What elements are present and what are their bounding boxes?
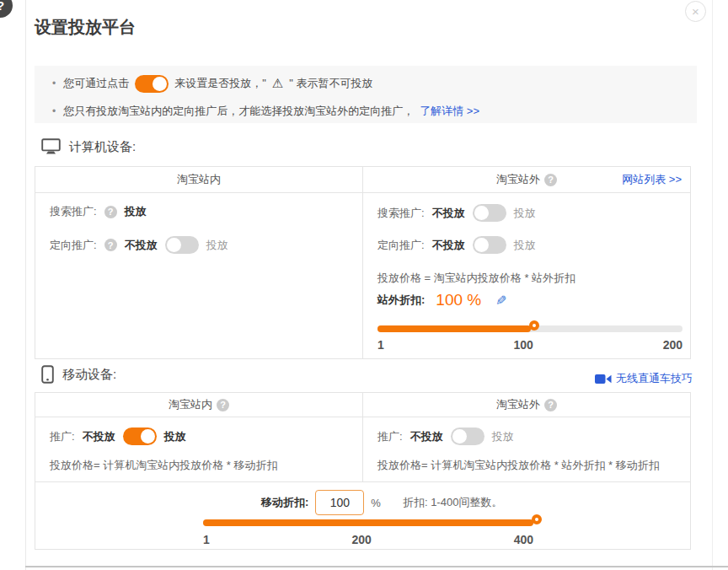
- help-icon[interactable]: ?: [104, 206, 117, 218]
- tick-min: 1: [377, 338, 384, 352]
- mobile-offsite-cell: 推广: 不投放 投放 投放价格= 计算机淘宝站内投放价格 * 站外折扣 * 移动…: [362, 417, 690, 481]
- state-off-label: 不投放: [410, 429, 443, 444]
- mobile-slider-labels: 1 200 400: [203, 533, 533, 546]
- state-on-label: 投放: [514, 238, 536, 253]
- warning-icon: ⚠: [272, 76, 283, 91]
- notice-box: • 您可通过点击 来设置是否投放，" ⚠ " 表示暂不可投放 • 您只有投放淘宝…: [35, 66, 697, 123]
- monitor-icon: [41, 138, 61, 155]
- dialog-right-border: [712, 0, 713, 570]
- mobile-offsite-formula: 投放价格= 计算机淘宝站内投放价格 * 站外折扣 * 移动折扣: [377, 458, 660, 473]
- discount-label: 站外折扣:: [377, 293, 425, 308]
- mobile-offsite-header: 淘宝站外 ?: [362, 393, 690, 417]
- toggle-knob: [141, 429, 155, 444]
- mobile-offsite-promo-toggle[interactable]: [451, 428, 484, 445]
- discount-range-hint: 折扣: 1-400间整数。: [403, 495, 502, 510]
- offsite-discount-slider[interactable]: [377, 325, 682, 332]
- offsite-slider-labels: 1 100 200: [377, 338, 682, 352]
- mobile-onsite-promo-row: 推广: 不投放 投放: [50, 428, 186, 445]
- computer-offsite-header: 淘宝站外 ? 网站列表 >>: [362, 167, 690, 192]
- discount-value: 100 %: [436, 291, 481, 309]
- percent-unit: %: [371, 497, 381, 509]
- offsite-price-formula: 投放价格 = 淘宝站内投放价格 * 站外折扣: [377, 271, 575, 286]
- tick-min: 1: [203, 533, 210, 546]
- computer-onsite-search-row: 搜索推广: ? 投放: [50, 204, 147, 219]
- corner-help-badge-icon[interactable]: ?: [0, 0, 13, 18]
- mobile-offsite-promo-row: 推广: 不投放 投放: [377, 428, 514, 445]
- tick-mid: 200: [352, 533, 372, 546]
- mobile-discount-slider[interactable]: [203, 519, 533, 526]
- toggle-knob: [474, 206, 489, 220]
- computer-onsite-cell: 搜索推广: ? 投放 定向推广: ? 不投放 投放: [35, 193, 362, 358]
- edit-pencil-icon[interactable]: ✎: [495, 293, 506, 309]
- computer-offsite-cell: 搜索推广: 不投放 投放 定向推广: 不投放 投放 投放价格 = 淘宝站内投放价…: [362, 193, 690, 358]
- row-label: 推广:: [50, 429, 75, 444]
- notice-text: 来设置是否投放，": [174, 76, 266, 91]
- tick-mid: 100: [514, 338, 533, 352]
- help-icon[interactable]: ?: [544, 174, 557, 186]
- row-label: 搜索推广:: [377, 206, 425, 221]
- slider-fill: [377, 325, 531, 332]
- mobile-discount-input[interactable]: [315, 490, 364, 515]
- computer-onsite-targeted-toggle[interactable]: [165, 236, 199, 254]
- video-icon: [595, 374, 612, 384]
- notice-text: 您可通过点击: [63, 76, 129, 91]
- bullet-icon: •: [52, 78, 56, 89]
- toggle-knob: [452, 429, 467, 444]
- tick-max: 400: [514, 533, 533, 546]
- computer-section-header: 计算机设备:: [41, 137, 136, 157]
- mobile-onsite-cell: 推广: 不投放 投放 投放价格= 计算机淘宝站内投放价格 * 移动折扣: [35, 417, 362, 481]
- notice-line-2: • 您只有投放淘宝站内的定向推广后，才能选择投放淘宝站外的定向推广， 了解详情 …: [52, 101, 479, 121]
- slider-thumb[interactable]: [532, 514, 542, 524]
- state-on-label: 投放: [206, 238, 228, 253]
- page-title: 设置投放平台: [35, 16, 136, 39]
- mobile-onsite-promo-toggle[interactable]: [123, 428, 157, 445]
- state-on-label: 投放: [164, 429, 186, 444]
- state-on-label: 投放: [492, 429, 514, 444]
- dialog-left-border: [25, 0, 26, 570]
- notice-text: 您只有投放淘宝站内的定向推广后，才能选择投放淘宝站外的定向推广，: [63, 104, 414, 119]
- computer-onsite-targeted-row: 定向推广: ? 不投放 投放: [50, 236, 228, 254]
- tick-max: 200: [663, 338, 682, 352]
- mobile-discount-section: 移动折扣: % 折扣: 1-400间整数。 1 200 400: [35, 481, 690, 549]
- mobile-table-header: 淘宝站内 ? 淘宝站外 ?: [35, 393, 690, 417]
- phone-icon: [41, 365, 54, 384]
- state-off-label: 不投放: [432, 238, 465, 253]
- header-label: 淘宝站内: [169, 397, 212, 412]
- computer-table: 淘宝站内 淘宝站外 ? 网站列表 >> 搜索推广: ? 投放 定向推广: ? 不…: [35, 166, 691, 359]
- header-label: 淘宝站外: [496, 397, 540, 412]
- formula-text: 投放价格 = 淘宝站内投放价格 * 站外折扣: [377, 271, 575, 286]
- site-list-link[interactable]: 网站列表 >>: [622, 172, 682, 187]
- mobile-onsite-header: 淘宝站内 ?: [35, 393, 362, 417]
- header-label: 淘宝站外: [496, 172, 540, 187]
- state-value: 投放: [125, 204, 147, 219]
- state-on-label: 投放: [514, 206, 536, 221]
- help-icon[interactable]: ?: [217, 399, 229, 411]
- row-label: 定向推广:: [377, 238, 425, 253]
- mobile-section-header: 移动设备:: [41, 364, 116, 384]
- example-toggle[interactable]: [135, 75, 169, 93]
- mobile-onsite-formula: 投放价格= 计算机淘宝站内投放价格 * 移动折扣: [50, 458, 278, 473]
- formula-text: 投放价格= 计算机淘宝站内投放价格 * 移动折扣: [50, 458, 278, 473]
- help-icon[interactable]: ?: [104, 239, 117, 251]
- offsite-discount-row: 站外折扣: 100 % ✎: [377, 291, 507, 309]
- row-label: 定向推广:: [50, 238, 97, 253]
- mobile-discount-label: 移动折扣:: [261, 495, 308, 510]
- slider-fill: [203, 519, 533, 526]
- help-icon[interactable]: ?: [544, 399, 557, 411]
- header-label: 淘宝站内: [177, 172, 221, 187]
- close-icon[interactable]: ×: [685, 1, 706, 22]
- computer-offsite-search-toggle[interactable]: [473, 204, 506, 222]
- slider-thumb[interactable]: [529, 320, 539, 331]
- computer-onsite-header: 淘宝站内: [35, 167, 362, 192]
- toggle-knob: [474, 238, 489, 252]
- toggle-knob: [153, 77, 167, 91]
- computer-offsite-targeted-toggle[interactable]: [473, 236, 506, 254]
- state-off-label: 不投放: [125, 238, 158, 253]
- formula-text: 投放价格= 计算机淘宝站内投放价格 * 站外折扣 * 移动折扣: [377, 458, 660, 473]
- row-label: 搜索推广:: [50, 204, 97, 219]
- learn-more-link[interactable]: 了解详情 >>: [420, 104, 479, 119]
- wireless-tips-link[interactable]: 无线直通车技巧: [616, 371, 693, 386]
- notice-text: " 表示暂不可投放: [289, 76, 372, 91]
- state-off-label: 不投放: [432, 206, 465, 221]
- mobile-table: 淘宝站内 ? 淘宝站外 ? 推广: 不投放 投放 投放价格= 计算机淘宝站内投放…: [35, 392, 691, 550]
